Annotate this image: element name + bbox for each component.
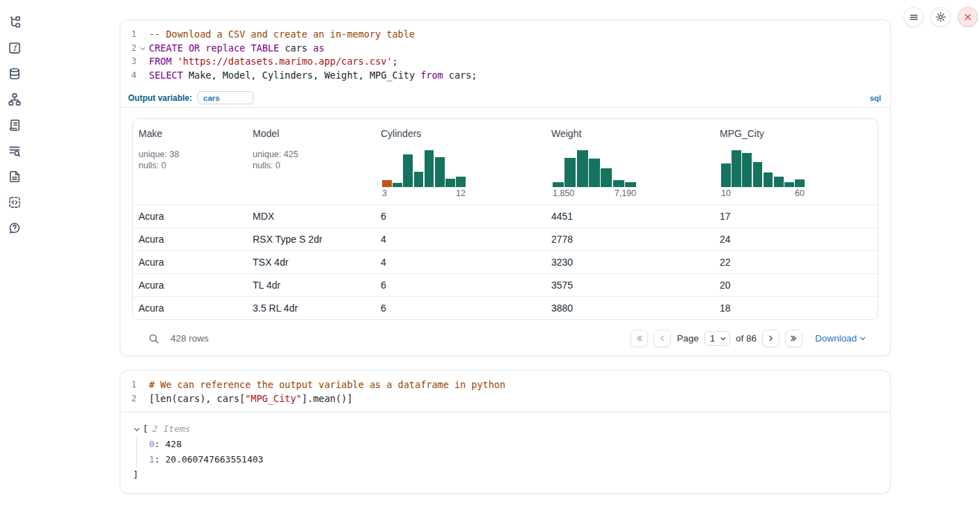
table-cell: 17 [714,211,878,222]
sql-code-editor[interactable]: 1-- Download a CSV and create an in-memo… [120,20,890,89]
histogram-bar [764,172,773,187]
menu-button[interactable] [903,7,924,27]
search-icon[interactable] [148,333,159,344]
topbar-controls [903,7,978,27]
table-footer: 428 rows Page [144,328,867,349]
table-cell: 3230 [546,257,714,268]
settings-button[interactable] [931,7,951,27]
file-explorer-icon[interactable] [8,16,21,29]
table-cell: 6 [375,280,546,291]
code-line[interactable]: 1# We can reference the output variable … [120,378,890,392]
dependency-graph-icon[interactable] [8,93,21,106]
code-text: FROM 'https://datasets.marimo.app/cars.c… [149,55,398,69]
code-text: [len(cars), cars["MPG_City"].mean()] [149,392,353,406]
last-page-button[interactable] [785,330,803,347]
table-cell: 4 [375,234,546,245]
svg-text:f: f [13,43,19,53]
tree-root-row: [ 2 Items [133,421,878,437]
page-select-value: 1 [710,333,715,344]
table-row[interactable]: AcuraMDX6445117 [133,204,878,227]
table-cell: Acura [133,234,247,245]
table-row[interactable]: AcuraRSX Type S 2dr4277824 [133,227,878,250]
code-line[interactable]: 4SELECT Make, Model, Cylinders, Weight, … [120,69,890,83]
histogram-bar [784,182,794,186]
histogram-weight: 1,8507,190 [553,150,636,198]
python-code-editor[interactable]: 1# We can reference the output variable … [120,371,890,412]
column-header-mpg_city[interactable]: MPG_City1060 [714,119,878,204]
column-header-make[interactable]: Makeunique: 38nulls: 0 [133,119,247,204]
line-number: 2 [120,42,136,56]
table-cell: 22 [714,257,878,268]
histogram-bar [435,157,445,187]
code-text: -- Download a CSV and create an in-memor… [149,28,415,42]
logs-icon[interactable] [8,119,21,131]
sql-output-area: Makeunique: 38nulls: 0Modelunique: 425nu… [120,108,890,349]
histogram-axis-labels: 312 [382,188,466,198]
table-cell: 18 [714,303,878,314]
output-variable-input[interactable] [198,91,253,104]
table-cell: 24 [714,234,878,245]
histogram-bar [625,182,636,187]
line-number: 1 [120,28,136,42]
table-row[interactable]: AcuraTSX 4dr4323022 [133,250,878,273]
chevrons-right-icon [789,334,798,343]
help-icon[interactable] [8,222,21,234]
previous-page-button[interactable] [654,330,671,347]
table-cell: 3880 [546,303,714,314]
code-text: CREATE OR replace TABLE cars as [149,42,324,56]
table-cell: 6 [375,303,546,314]
table-header-row: Makeunique: 38nulls: 0Modelunique: 425nu… [133,119,878,204]
histogram-bar [403,154,413,187]
table-cell: 6 [375,211,546,222]
download-button[interactable]: Download [815,333,867,344]
histogram-bar [577,150,588,187]
helper-sidebar: f [0,0,29,507]
histogram-bar [613,180,624,187]
page-select[interactable]: 1 [704,331,730,346]
table-cell: Acura [133,303,247,314]
python-cell: 1# We can reference the output variable … [120,370,891,494]
snippets-icon[interactable] [8,196,21,209]
sql-cell: 1-- Download a CSV and create an in-memo… [120,19,891,356]
next-page-button[interactable] [762,330,780,347]
data-table: Makeunique: 38nulls: 0Modelunique: 425nu… [132,118,878,320]
table-cell: 20 [714,280,878,291]
table-cell: Acura [133,280,247,291]
datasources-icon[interactable] [8,67,21,80]
table-row[interactable]: Acura3.5 RL 4dr6388018 [133,296,878,319]
column-header-model[interactable]: Modelunique: 425nulls: 0 [247,119,375,204]
fold-chevron-icon[interactable] [138,42,147,56]
outline-search-icon[interactable] [8,145,21,157]
code-line[interactable]: 3FROM 'https://datasets.marimo.app/cars.… [120,55,890,69]
chevrons-left-icon [635,334,644,343]
code-text: # We can reference the output variable a… [149,378,505,392]
column-title: Cylinders [381,128,540,140]
documentation-icon[interactable] [8,170,21,183]
chevron-left-icon [658,334,667,343]
table-cell: Acura [133,211,247,222]
code-line[interactable]: 2[len(cars), cars["MPG_City"].mean()] [120,392,890,406]
table-cell: RSX Type S 2dr [247,234,375,245]
histogram-bar [589,159,600,187]
column-header-cylinders[interactable]: Cylinders312 [375,119,546,204]
shutdown-button[interactable] [958,7,978,27]
output-variable-bar: Output variable: sql [120,89,890,108]
table-cell: 4 [375,257,546,268]
variables-icon[interactable]: f [8,42,21,54]
histogram-bar [564,158,576,187]
code-line[interactable]: 2CREATE OR replace TABLE cars as [120,42,890,56]
histogram-bar [774,177,784,187]
histogram-bar [425,150,434,187]
hamburger-icon [909,13,919,22]
pagination: Page 1 of 86 [631,330,867,347]
code-line[interactable]: 1-- Download a CSV and create an in-memo… [120,28,890,42]
language-badge: sql [869,94,881,102]
column-header-weight[interactable]: Weight1,8507,190 [546,119,714,204]
first-page-button[interactable] [631,330,648,347]
tree-open-bracket: [ [143,421,148,437]
table-row[interactable]: AcuraTL 4dr6357520 [133,273,878,296]
table-cell: 4451 [546,211,714,222]
chevron-down-icon[interactable] [133,426,141,433]
histogram-bar [414,172,424,186]
chevron-right-icon [766,334,775,343]
